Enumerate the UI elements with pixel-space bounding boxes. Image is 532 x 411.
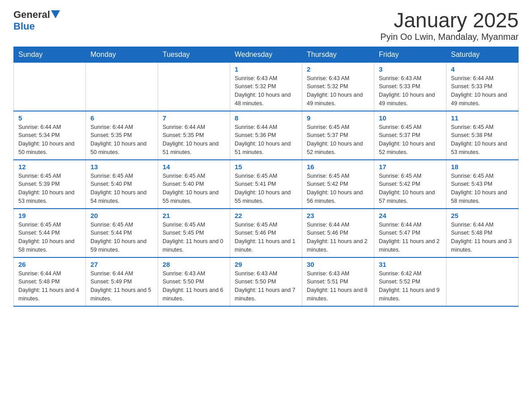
day-info: Sunrise: 6:45 AM Sunset: 5:45 PM Dayligh… xyxy=(163,221,225,254)
logo-triangle-icon xyxy=(51,10,60,18)
calendar-cell: 5Sunrise: 6:44 AM Sunset: 5:34 PM Daylig… xyxy=(14,111,86,160)
day-info: Sunrise: 6:45 AM Sunset: 5:42 PM Dayligh… xyxy=(379,172,442,206)
day-info: Sunrise: 6:45 AM Sunset: 5:43 PM Dayligh… xyxy=(451,172,514,206)
day-info: Sunrise: 6:44 AM Sunset: 5:33 PM Dayligh… xyxy=(451,74,514,108)
day-info: Sunrise: 6:43 AM Sunset: 5:32 PM Dayligh… xyxy=(307,74,369,108)
day-number: 9 xyxy=(307,114,369,122)
column-header-monday: Monday xyxy=(86,47,158,62)
day-info: Sunrise: 6:45 AM Sunset: 5:38 PM Dayligh… xyxy=(451,123,514,157)
day-info: Sunrise: 6:44 AM Sunset: 5:35 PM Dayligh… xyxy=(163,123,225,157)
day-number: 16 xyxy=(307,163,369,171)
day-number: 8 xyxy=(235,114,297,122)
calendar-header-row: SundayMondayTuesdayWednesdayThursdayFrid… xyxy=(14,47,519,62)
day-info: Sunrise: 6:45 AM Sunset: 5:44 PM Dayligh… xyxy=(18,221,81,254)
calendar-cell: 9Sunrise: 6:45 AM Sunset: 5:37 PM Daylig… xyxy=(302,111,374,160)
calendar-cell: 31Sunrise: 6:42 AM Sunset: 5:52 PM Dayli… xyxy=(374,257,446,306)
day-number: 21 xyxy=(163,212,225,219)
day-info: Sunrise: 6:45 AM Sunset: 5:42 PM Dayligh… xyxy=(307,172,369,206)
day-info: Sunrise: 6:45 AM Sunset: 5:37 PM Dayligh… xyxy=(379,123,442,157)
day-info: Sunrise: 6:44 AM Sunset: 5:47 PM Dayligh… xyxy=(379,221,442,254)
calendar-cell: 26Sunrise: 6:44 AM Sunset: 5:48 PM Dayli… xyxy=(14,257,86,306)
day-number: 19 xyxy=(18,212,81,219)
calendar-cell: 14Sunrise: 6:45 AM Sunset: 5:40 PM Dayli… xyxy=(158,160,230,209)
day-info: Sunrise: 6:45 AM Sunset: 5:46 PM Dayligh… xyxy=(235,221,297,254)
page-title: January 2025 xyxy=(380,9,519,32)
day-number: 20 xyxy=(90,212,153,219)
calendar-cell: 23Sunrise: 6:44 AM Sunset: 5:46 PM Dayli… xyxy=(302,209,374,257)
calendar-cell: 28Sunrise: 6:43 AM Sunset: 5:50 PM Dayli… xyxy=(158,257,230,306)
calendar-week-row: 5Sunrise: 6:44 AM Sunset: 5:34 PM Daylig… xyxy=(14,111,519,160)
column-header-tuesday: Tuesday xyxy=(158,47,230,62)
calendar-cell: 6Sunrise: 6:44 AM Sunset: 5:35 PM Daylig… xyxy=(86,111,158,160)
day-number: 26 xyxy=(18,261,81,268)
logo-blue: Blue xyxy=(13,21,35,32)
calendar-cell: 19Sunrise: 6:45 AM Sunset: 5:44 PM Dayli… xyxy=(14,209,86,257)
svg-marker-0 xyxy=(51,10,60,18)
column-header-friday: Friday xyxy=(374,47,446,62)
day-info: Sunrise: 6:44 AM Sunset: 5:35 PM Dayligh… xyxy=(90,123,153,157)
calendar-cell: 12Sunrise: 6:45 AM Sunset: 5:39 PM Dayli… xyxy=(14,160,86,209)
calendar-cell: 7Sunrise: 6:44 AM Sunset: 5:35 PM Daylig… xyxy=(158,111,230,160)
calendar-cell: 10Sunrise: 6:45 AM Sunset: 5:37 PM Dayli… xyxy=(374,111,446,160)
day-info: Sunrise: 6:44 AM Sunset: 5:36 PM Dayligh… xyxy=(235,123,297,157)
column-header-saturday: Saturday xyxy=(446,47,519,62)
column-header-thursday: Thursday xyxy=(302,47,374,62)
day-number: 29 xyxy=(235,261,297,268)
calendar-cell: 18Sunrise: 6:45 AM Sunset: 5:43 PM Dayli… xyxy=(446,160,519,209)
calendar-cell: 3Sunrise: 6:43 AM Sunset: 5:33 PM Daylig… xyxy=(374,62,446,111)
calendar-cell: 27Sunrise: 6:44 AM Sunset: 5:49 PM Dayli… xyxy=(86,257,158,306)
day-info: Sunrise: 6:44 AM Sunset: 5:48 PM Dayligh… xyxy=(18,270,81,303)
calendar-cell: 20Sunrise: 6:45 AM Sunset: 5:44 PM Dayli… xyxy=(86,209,158,257)
day-number: 10 xyxy=(379,114,442,122)
day-number: 23 xyxy=(307,212,369,219)
day-info: Sunrise: 6:43 AM Sunset: 5:33 PM Dayligh… xyxy=(379,74,442,108)
calendar-cell xyxy=(158,62,230,111)
calendar-cell: 8Sunrise: 6:44 AM Sunset: 5:36 PM Daylig… xyxy=(230,111,302,160)
calendar-cell: 13Sunrise: 6:45 AM Sunset: 5:40 PM Dayli… xyxy=(86,160,158,209)
day-info: Sunrise: 6:45 AM Sunset: 5:39 PM Dayligh… xyxy=(18,172,81,206)
logo: General Blue xyxy=(13,9,60,32)
day-number: 12 xyxy=(18,163,81,171)
calendar-cell: 21Sunrise: 6:45 AM Sunset: 5:45 PM Dayli… xyxy=(158,209,230,257)
calendar-cell: 24Sunrise: 6:44 AM Sunset: 5:47 PM Dayli… xyxy=(374,209,446,257)
day-number: 14 xyxy=(163,163,225,171)
day-number: 22 xyxy=(235,212,297,219)
day-number: 7 xyxy=(163,114,225,122)
calendar-cell: 16Sunrise: 6:45 AM Sunset: 5:42 PM Dayli… xyxy=(302,160,374,209)
day-info: Sunrise: 6:45 AM Sunset: 5:40 PM Dayligh… xyxy=(163,172,225,206)
calendar-cell: 30Sunrise: 6:43 AM Sunset: 5:51 PM Dayli… xyxy=(302,257,374,306)
calendar-cell: 15Sunrise: 6:45 AM Sunset: 5:41 PM Dayli… xyxy=(230,160,302,209)
calendar-week-row: 12Sunrise: 6:45 AM Sunset: 5:39 PM Dayli… xyxy=(14,160,519,209)
calendar-cell xyxy=(14,62,86,111)
day-number: 18 xyxy=(451,163,514,171)
page-header: General Blue January 2025 Pyin Oo Lwin, … xyxy=(13,9,519,42)
day-number: 17 xyxy=(379,163,442,171)
calendar-cell: 2Sunrise: 6:43 AM Sunset: 5:32 PM Daylig… xyxy=(302,62,374,111)
day-number: 4 xyxy=(451,65,514,73)
calendar-cell: 22Sunrise: 6:45 AM Sunset: 5:46 PM Dayli… xyxy=(230,209,302,257)
day-number: 13 xyxy=(90,163,153,171)
column-header-sunday: Sunday xyxy=(14,47,86,62)
day-number: 1 xyxy=(235,65,297,73)
page-subtitle: Pyin Oo Lwin, Mandalay, Myanmar xyxy=(380,32,519,42)
calendar-table: SundayMondayTuesdayWednesdayThursdayFrid… xyxy=(13,47,519,307)
calendar-cell: 25Sunrise: 6:44 AM Sunset: 5:48 PM Dayli… xyxy=(446,209,519,257)
column-header-wednesday: Wednesday xyxy=(230,47,302,62)
calendar-week-row: 26Sunrise: 6:44 AM Sunset: 5:48 PM Dayli… xyxy=(14,257,519,306)
day-number: 11 xyxy=(451,114,514,122)
title-block: January 2025 Pyin Oo Lwin, Mandalay, Mya… xyxy=(380,9,519,42)
day-info: Sunrise: 6:44 AM Sunset: 5:46 PM Dayligh… xyxy=(307,221,369,254)
day-info: Sunrise: 6:43 AM Sunset: 5:50 PM Dayligh… xyxy=(163,270,225,303)
logo-general: General xyxy=(13,9,50,21)
day-info: Sunrise: 6:45 AM Sunset: 5:44 PM Dayligh… xyxy=(90,221,153,254)
calendar-cell: 29Sunrise: 6:43 AM Sunset: 5:50 PM Dayli… xyxy=(230,257,302,306)
day-info: Sunrise: 6:45 AM Sunset: 5:40 PM Dayligh… xyxy=(90,172,153,206)
calendar-cell: 17Sunrise: 6:45 AM Sunset: 5:42 PM Dayli… xyxy=(374,160,446,209)
day-number: 30 xyxy=(307,261,369,268)
day-number: 3 xyxy=(379,65,442,73)
day-number: 24 xyxy=(379,212,442,219)
day-info: Sunrise: 6:43 AM Sunset: 5:32 PM Dayligh… xyxy=(235,74,297,108)
day-number: 28 xyxy=(163,261,225,268)
day-info: Sunrise: 6:42 AM Sunset: 5:52 PM Dayligh… xyxy=(379,270,442,303)
day-number: 6 xyxy=(90,114,153,122)
